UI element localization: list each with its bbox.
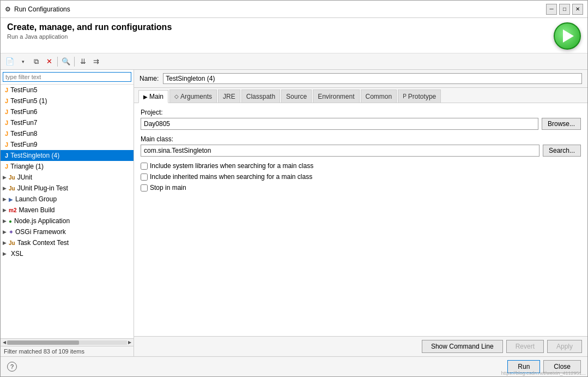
separator-2 — [74, 57, 75, 67]
tree-container: J TestFun5 J TestFun5 (1) J TestFun6 J T… — [1, 85, 134, 338]
tab-environment[interactable]: Environment — [313, 89, 359, 103]
watermark: https://blog.csdn.net/weixin_4112951... — [499, 369, 588, 377]
item-label: TestFun6 — [10, 108, 37, 116]
tab-source-label: Source — [286, 93, 307, 100]
revert-button[interactable]: Revert — [506, 340, 544, 353]
help-button[interactable]: ? — [7, 362, 17, 372]
tab-jre-label: JRE — [223, 93, 235, 100]
expand-icon: ▶ — [3, 196, 7, 202]
tab-common-label: Common — [366, 93, 392, 100]
filter-input[interactable] — [3, 72, 131, 82]
dialog-header: Create, manage, and run configurations R… — [1, 18, 587, 53]
tree-item-testfun7[interactable]: J TestFun7 — [1, 117, 134, 128]
project-input-row: Browse... — [141, 118, 581, 130]
name-input[interactable] — [163, 73, 582, 84]
group-xsl[interactable]: ▶ XSL — [1, 248, 134, 259]
java-icon: J — [5, 119, 8, 126]
java-icon: J — [5, 109, 8, 115]
minimize-button[interactable]: ─ — [546, 4, 557, 15]
search-button[interactable]: Search... — [543, 145, 581, 157]
group-label: JUnit — [17, 173, 32, 181]
group-label: Maven Build — [19, 206, 54, 214]
junit-icon: Ju — [9, 175, 15, 181]
sidebar: J TestFun5 J TestFun5 (1) J TestFun6 J T… — [1, 70, 134, 356]
close-window-button[interactable]: ✕ — [572, 4, 583, 15]
separator-1 — [57, 57, 58, 67]
show-command-line-button[interactable]: Show Command Line — [422, 340, 503, 353]
tab-common[interactable]: Common — [361, 89, 397, 103]
browse-button[interactable]: Browse... — [542, 118, 581, 130]
tab-prototype[interactable]: P Prototype — [398, 89, 441, 103]
tabs-bar: ▶ Main ◇ Arguments JRE Classpath Source — [134, 88, 587, 103]
filter-box — [1, 70, 134, 85]
duplicate-button[interactable]: ⧉ — [30, 56, 42, 68]
run-button[interactable] — [554, 22, 581, 50]
expand-button[interactable]: ⇉ — [90, 56, 102, 68]
group-launch-group[interactable]: ▶ ▶ Launch Group — [1, 194, 134, 205]
tab-jre[interactable]: JRE — [218, 89, 240, 103]
group-nodejs[interactable]: ▶ ● Node.js Application — [1, 216, 134, 226]
scroll-right-button[interactable]: ▶ — [127, 340, 132, 345]
expand-icon: ▶ — [3, 185, 7, 191]
tab-classpath[interactable]: Classpath — [241, 89, 280, 103]
tab-main-label: Main — [149, 93, 163, 100]
main-content: J TestFun5 J TestFun5 (1) J TestFun6 J T… — [1, 70, 587, 356]
group-label: Launch Group — [15, 195, 57, 203]
project-input[interactable] — [141, 118, 538, 130]
group-junit-plugin[interactable]: ▶ Ju JUnit Plug-in Test — [1, 183, 134, 194]
nodejs-icon: ● — [9, 218, 12, 224]
include-system-libs-checkbox[interactable] — [141, 163, 148, 170]
group-maven[interactable]: ▶ m2 Maven Build — [1, 205, 134, 216]
app-icon: ⚙ — [5, 5, 11, 13]
include-inherited-mains-label: Include inherited mains when searching f… — [150, 173, 312, 181]
stop-in-main-checkbox[interactable] — [141, 184, 148, 192]
tree-item-testsingleton4[interactable]: J TestSingleton (4) — [1, 150, 134, 161]
tree-item-testfun5-1[interactable]: J TestFun5 (1) — [1, 95, 134, 106]
new-config-button[interactable]: 📄 — [4, 56, 16, 68]
tab-main[interactable]: ▶ Main — [138, 90, 168, 103]
tab-arguments[interactable]: ◇ Arguments — [169, 89, 217, 103]
filter-button[interactable]: 🔍 — [60, 56, 72, 68]
new-config-dropdown-button[interactable]: ▾ — [17, 56, 29, 68]
tab-classpath-label: Classpath — [246, 93, 275, 100]
group-label: JUnit Plug-in Test — [17, 184, 68, 192]
item-label: TestSingleton (4) — [10, 152, 59, 159]
group-osgi[interactable]: ▶ ✦ OSGi Framework — [1, 226, 134, 237]
dialog-title: Create, manage, and run configurations — [7, 22, 172, 32]
horizontal-scrollbar[interactable]: ◀ ▶ — [1, 338, 134, 346]
main-class-input[interactable] — [141, 145, 539, 157]
expand-icon: ▶ — [3, 218, 7, 224]
osgi-icon: ✦ — [9, 229, 13, 235]
expand-icon: ▶ — [3, 251, 7, 256]
footer-left: ? — [7, 362, 17, 372]
window-controls: ─ □ ✕ — [546, 4, 583, 15]
collapse-all-button[interactable]: ⇊ — [77, 56, 89, 68]
arguments-tab-icon: ◇ — [174, 93, 179, 99]
include-inherited-mains-checkbox[interactable] — [141, 173, 148, 181]
expand-icon: ▶ — [3, 240, 7, 246]
item-label: TestFun8 — [10, 130, 37, 137]
delete-button[interactable]: ✕ — [43, 56, 55, 68]
apply-button[interactable]: Apply — [547, 340, 582, 353]
expand-icon: ▶ — [3, 175, 7, 180]
run-icon — [563, 29, 574, 43]
scroll-left-button[interactable]: ◀ — [2, 340, 7, 345]
group-task-context[interactable]: ▶ Ju Task Context Test — [1, 237, 134, 248]
tab-prototype-label: Prototype — [408, 93, 436, 100]
tree-item-testfun9[interactable]: J TestFun9 — [1, 139, 134, 150]
item-label: TestFun5 (1) — [10, 97, 47, 105]
tab-source[interactable]: Source — [281, 89, 312, 103]
checkbox-inherited-mains: Include inherited mains when searching f… — [141, 173, 581, 181]
dialog-subtitle: Run a Java application — [7, 33, 172, 40]
maximize-button[interactable]: □ — [559, 4, 570, 15]
tree-item-triangle1[interactable]: J Triangle (1) — [1, 161, 134, 172]
group-junit[interactable]: ▶ Ju JUnit — [1, 172, 134, 183]
tree-item-testfun8[interactable]: J TestFun8 — [1, 128, 134, 139]
maven-icon: m2 — [9, 207, 16, 213]
tree-item-testfun5[interactable]: J TestFun5 — [1, 85, 134, 95]
main-class-label: Main class: — [141, 135, 581, 143]
group-label: OSGi Framework — [15, 228, 66, 236]
tree-item-testfun6[interactable]: J TestFun6 — [1, 106, 134, 117]
group-label: XSL — [11, 250, 23, 258]
tab-environment-label: Environment — [318, 93, 354, 100]
